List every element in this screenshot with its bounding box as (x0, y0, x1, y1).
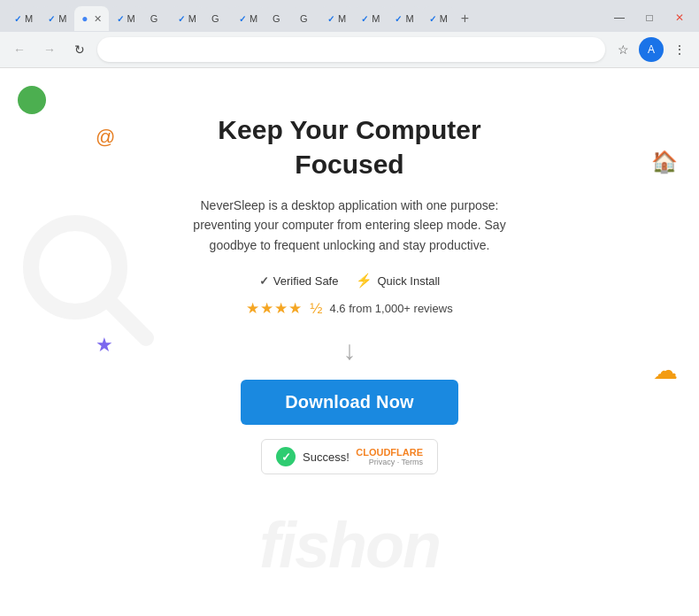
tab-check-icon: ✓ (361, 14, 368, 24)
cf-success-text: Success! (303, 450, 350, 464)
badge-safe-label: Verified Safe (273, 274, 339, 288)
tab-label: G (150, 13, 158, 24)
close-window-button[interactable]: ✕ (667, 5, 692, 30)
tab-6[interactable]: ✓ M (171, 6, 204, 31)
tab-label: M (338, 13, 346, 24)
minimize-button[interactable]: — (607, 5, 632, 30)
toolbar-right: ☆ A ⋮ (611, 37, 692, 62)
tab-5[interactable]: G (143, 6, 170, 31)
page-content: @ ★ 🏠 ☁ fishon Keep Your Computer Focuse… (0, 68, 699, 616)
tab-check-icon: ✓ (48, 14, 55, 24)
quick-install-badge: ⚡ Quick Install (356, 273, 440, 289)
tab-active[interactable]: ● ✕ (74, 6, 108, 31)
tab-14[interactable]: ✓ M (422, 6, 455, 31)
tab-check-icon: ✓ (395, 14, 402, 24)
badges-row: ✓ Verified Safe ⚡ Quick Install (259, 273, 441, 289)
cloudflare-bar: ✓ Success! CLOUDFLARE Privacy · Terms (261, 439, 438, 474)
check-icon: ✓ (259, 274, 269, 288)
bookmark-button[interactable]: ☆ (611, 37, 635, 62)
bolt-icon: ⚡ (356, 273, 373, 289)
cf-check-circle-icon: ✓ (276, 447, 296, 466)
tab-label: M (25, 13, 33, 24)
tab-2[interactable]: ✓ M (41, 6, 73, 31)
profile-button[interactable]: A (639, 37, 664, 62)
tab-1[interactable]: ✓ M (7, 6, 40, 31)
page-description: NeverSleep is a desktop application with… (173, 196, 526, 255)
maximize-button[interactable]: □ (637, 5, 662, 30)
tab-12[interactable]: ✓ M (354, 6, 387, 31)
tab-label: M (127, 13, 135, 24)
tab-check-icon: ✓ (239, 14, 246, 24)
tab-8[interactable]: ✓ M (232, 6, 265, 31)
tab-favicon: ● (81, 12, 88, 25)
verified-safe-badge: ✓ Verified Safe (259, 274, 339, 288)
tab-9[interactable]: G (265, 6, 292, 31)
tab-7[interactable]: G (204, 6, 231, 31)
new-tab-button[interactable]: + (456, 11, 474, 27)
tab-11[interactable]: ✓ M (320, 6, 353, 31)
tab-check-icon: ✓ (178, 14, 185, 24)
page-title: Keep Your Computer Focused (164, 112, 535, 181)
reload-button[interactable]: ↻ (67, 37, 92, 62)
tab-label: M (440, 13, 448, 24)
rating-text: 4.6 from 1,000+ reviews (330, 302, 453, 315)
tab-label: G (211, 13, 219, 24)
tab-check-icon: ✓ (14, 14, 21, 24)
tab-label: M (250, 13, 257, 24)
tab-bar: ✓ M ✓ M ● ✕ ✓ M G ✓ M G ✓ M G (0, 0, 699, 32)
tab-label: M (58, 13, 66, 24)
cf-brand-name: CLOUDFLARE (356, 447, 423, 458)
tab-10[interactable]: G (293, 6, 319, 31)
tab-label: G (300, 13, 308, 24)
menu-button[interactable]: ⋮ (667, 37, 692, 62)
cf-success-section: ✓ Success! (276, 447, 350, 466)
ratings-row: ★★★★½ 4.6 from 1,000+ reviews (246, 299, 452, 318)
stars-icon: ★★★★ (246, 299, 303, 318)
tab-check-icon: ✓ (327, 14, 334, 24)
cf-privacy-links: Privacy · Terms (369, 458, 423, 466)
tab-label: M (188, 13, 196, 24)
forward-button[interactable]: → (37, 37, 62, 62)
toolbar: ← → ↻ ☆ A ⋮ (0, 32, 699, 67)
badge-install-label: Quick Install (377, 274, 440, 288)
tab-4[interactable]: ✓ M (110, 6, 142, 31)
tab-close-icon[interactable]: ✕ (94, 13, 102, 25)
tab-13[interactable]: ✓ M (388, 6, 420, 31)
tab-label: M (405, 13, 413, 24)
watermark-text: fishon (259, 509, 440, 581)
tab-label: G (273, 13, 280, 24)
tab-check-icon: ✓ (429, 14, 436, 24)
tab-check-icon: ✓ (117, 14, 124, 24)
back-button[interactable]: ← (7, 37, 32, 62)
browser-chrome: ✓ M ✓ M ● ✕ ✓ M G ✓ M G ✓ M G (0, 0, 699, 68)
cloudflare-logo: CLOUDFLARE Privacy · Terms (356, 447, 423, 466)
main-content-area: Keep Your Computer Focused NeverSleep is… (0, 68, 699, 474)
download-now-button[interactable]: Download Now (241, 380, 458, 425)
arrow-down-icon: ↓ (343, 335, 357, 366)
address-bar[interactable] (97, 37, 605, 62)
tab-label: M (372, 13, 380, 24)
